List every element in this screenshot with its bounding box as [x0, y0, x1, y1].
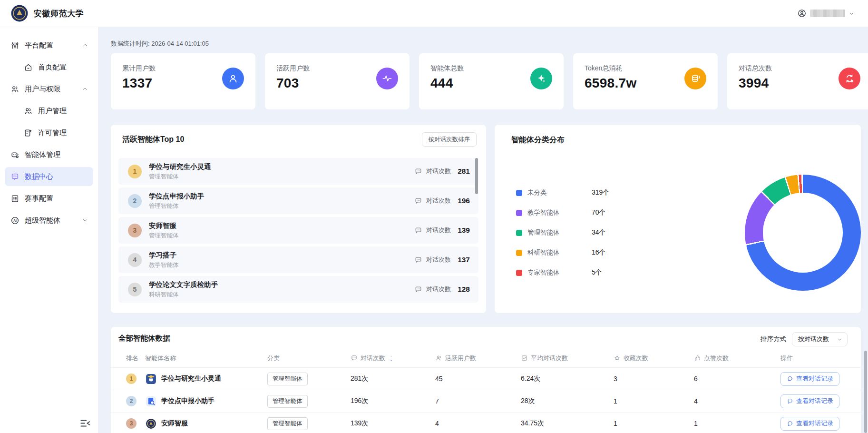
agent-name: 安师智服 [161, 419, 188, 428]
sidebar-item-用户与权限[interactable]: 用户与权限 [5, 79, 93, 98]
users-icon [10, 85, 20, 94]
stat-value: 444 [430, 76, 453, 91]
caret-down-icon [389, 358, 393, 362]
stat-card-智能体总数: 智能体总数444 [419, 53, 564, 109]
top-agent-row-5[interactable]: 5学位论文文字质检助手科研智能体对话次数128 [118, 276, 478, 303]
column-header-对话次数[interactable]: 对话次数 [351, 354, 435, 363]
university-logo-icon [10, 4, 29, 22]
stats-timestamp: 数据统计时间: 2026-04-14 01:01:05 [111, 39, 209, 48]
legend-item-教学智能体: 教学智能体70个 [516, 203, 609, 223]
favorites-cell: 3 [614, 375, 694, 383]
chat-icon [351, 354, 358, 362]
active-users-cell: 45 [435, 375, 521, 383]
view-conversations-button[interactable]: 查看对话记录 [780, 394, 839, 408]
agent-name: 学位论文文字质检助手 [149, 281, 218, 288]
cycle-icon [839, 68, 860, 89]
likes-cell: 6 [694, 375, 780, 383]
sidebar-nav: 平台配置首页配置用户与权限用户管理许可管理智能体管理数据中心赛事配置超级智能体 [0, 27, 98, 230]
agent-avatar [145, 373, 157, 385]
caret-up-icon [389, 355, 393, 358]
sidebar-item-数据中心[interactable]: 数据中心 [5, 167, 93, 186]
legend-count: 319个 [592, 188, 609, 197]
home-icon [24, 63, 33, 72]
category-tag: 管理智能体 [267, 417, 308, 430]
legend-item-科研智能体: 科研智能体16个 [516, 243, 609, 263]
chat-icon [414, 197, 422, 205]
sidebar-item-许可管理[interactable]: 许可管理 [5, 123, 93, 142]
category-tag: 管理智能体 [267, 373, 308, 385]
table-row-1: 1学位与研究生小灵通管理智能体281次456.24次36查看对话记录 [111, 368, 861, 390]
sidebar-item-用户管理[interactable]: 用户管理 [5, 101, 93, 120]
top-agent-row-3[interactable]: 3安师智服管理智能体对话次数139 [118, 217, 478, 244]
sort-carets [389, 355, 393, 362]
pulse-icon [376, 68, 398, 89]
top-agent-row-1[interactable]: 1学位与研究生小灵通管理智能体对话次数281 [118, 158, 478, 185]
column-header-平均对话次数: 平均对话次数 [521, 354, 614, 363]
column-header-活跃用户数: 活跃用户数 [435, 354, 521, 363]
rank-badge: 2 [128, 194, 142, 208]
sort-by-conversations-button[interactable]: 按对话次数排序 [422, 132, 477, 147]
user-avatar-icon [797, 9, 807, 18]
app-header: 安徽师范大学 [0, 0, 868, 27]
conversation-count: 128 [457, 285, 470, 294]
top-agent-row-2[interactable]: 2学位点申报小助手管理智能体对话次数196 [118, 187, 478, 214]
rank-badge: 2 [126, 396, 137, 406]
column-header-排名: 排名 [126, 354, 145, 363]
chat-icon [414, 256, 422, 264]
legend-count: 70个 [592, 208, 606, 217]
ai-icon [10, 216, 20, 225]
stat-card-对话总次数: 对话总次数3994 [727, 53, 868, 109]
agent-avatar [145, 395, 157, 407]
chevron-down-icon [848, 10, 855, 17]
user-name-redacted [810, 10, 845, 17]
column-header-操作: 操作 [780, 354, 851, 363]
page-scrollbar[interactable] [864, 351, 867, 433]
top-agents-scrollbar[interactable] [475, 158, 478, 194]
star-icon [614, 354, 621, 362]
chat-icon [414, 285, 422, 294]
sidebar-item-赛事配置[interactable]: 赛事配置 [5, 189, 93, 208]
top-agent-row-4[interactable]: 4学习搭子教学智能体对话次数137 [118, 246, 478, 273]
robot-icon [10, 150, 20, 159]
legend-swatch [516, 230, 522, 236]
column-header-点赞次数: 点赞次数 [694, 354, 780, 363]
avg-conversations-cell: 34.75次 [521, 419, 614, 428]
stat-cards-row: 累计用户数1337活跃用户数703智能体总数444Token总消耗6598.7w… [111, 53, 868, 109]
donut-hole [763, 193, 843, 273]
conversation-count: 196 [457, 197, 470, 205]
legend-count: 34个 [592, 228, 606, 237]
agent-name: 安师智服 [149, 222, 176, 229]
conversations-cell: 281次 [351, 374, 435, 383]
sidebar: 平台配置首页配置用户与权限用户管理许可管理智能体管理数据中心赛事配置超级智能体 [0, 27, 98, 433]
rank-badge: 1 [128, 165, 142, 178]
sparkle-icon [530, 68, 552, 89]
sidebar-item-超级智能体[interactable]: 超级智能体 [5, 211, 93, 230]
category-chart-title: 智能体分类分布 [511, 135, 565, 145]
top-agents-title: 活跃智能体Top 10 [122, 135, 184, 145]
table-header-row: 排名智能体名称分类对话次数活跃用户数平均对话次数收藏次数点赞次数操作 [111, 349, 861, 368]
conversation-count: 139 [457, 226, 470, 235]
sidebar-item-首页配置[interactable]: 首页配置 [5, 58, 93, 77]
view-conversations-button[interactable]: 查看对话记录 [780, 417, 839, 431]
donut-chart [745, 175, 861, 291]
table-body: 1学位与研究生小灵通管理智能体281次456.24次36查看对话记录2学位点申报… [111, 368, 861, 433]
user-menu[interactable] [797, 9, 855, 18]
chevron-down-icon [82, 217, 88, 224]
sidebar-item-智能体管理[interactable]: 智能体管理 [5, 145, 93, 164]
person-sm-icon [435, 354, 442, 362]
view-conversations-button[interactable]: 查看对话记录 [780, 372, 839, 386]
legend-swatch [516, 210, 522, 216]
likes-cell: 1 [694, 420, 780, 427]
top-agents-panel: 活跃智能体Top 10 按对话次数排序 1学位与研究生小灵通管理智能体对话次数2… [111, 125, 486, 313]
stat-card-Token总消耗: Token总消耗6598.7w [573, 53, 718, 109]
sidebar-collapse-button[interactable] [79, 417, 91, 429]
agent-category: 教学智能体 [149, 261, 414, 269]
column-header-分类: 分类 [267, 354, 351, 363]
sort-select[interactable]: 按对话次数 [792, 332, 848, 346]
trend-icon [521, 354, 528, 362]
sidebar-item-平台配置[interactable]: 平台配置 [5, 36, 93, 55]
agent-category: 科研智能体 [149, 291, 414, 299]
stat-value: 3994 [739, 76, 769, 91]
conversations-cell: 139次 [351, 419, 435, 428]
legend-swatch [516, 250, 522, 256]
